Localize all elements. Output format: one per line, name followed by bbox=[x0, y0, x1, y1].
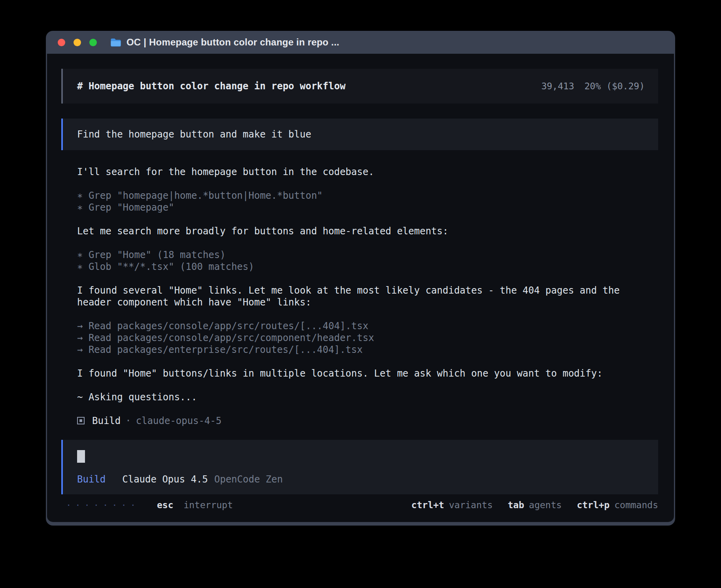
window-title: OC | Homepage button color change in rep… bbox=[126, 37, 339, 48]
transcript-line: → Read packages/console/app/src/routes/[… bbox=[77, 320, 658, 332]
transcript-line: ∗ Grep "Homepage" bbox=[77, 202, 658, 213]
shortcut-key: tab bbox=[508, 500, 524, 510]
input-mode-row: Build Claude Opus 4.5 OpenCode Zen bbox=[77, 474, 644, 485]
traffic-lights bbox=[58, 39, 97, 46]
square-dot-icon bbox=[77, 417, 85, 424]
transcript-line: ~ Asking questions... bbox=[77, 391, 658, 403]
maximize-button[interactable] bbox=[89, 39, 97, 46]
token-count: 39,413 bbox=[541, 81, 574, 91]
transcript-line bbox=[77, 308, 658, 320]
terminal-window: OC | Homepage button color change in rep… bbox=[46, 31, 675, 526]
transcript-line: ∗ Glob "**/*.tsx" (100 matches) bbox=[77, 261, 658, 273]
provider-label: OpenCode Zen bbox=[214, 474, 283, 485]
shortcut-label: commands bbox=[614, 500, 658, 510]
transcript-line bbox=[77, 379, 658, 391]
transcript-line: → Read packages/console/app/src/componen… bbox=[77, 332, 658, 344]
shortcut-tab[interactable]: tabagents bbox=[508, 500, 562, 510]
shortcut-key: ctrl+p bbox=[577, 500, 610, 510]
minimize-button[interactable] bbox=[74, 39, 81, 46]
agent-separator: · bbox=[125, 415, 131, 426]
user-message: Find the homepage button and make it blu… bbox=[61, 119, 658, 150]
session-cost: ($0.29) bbox=[606, 81, 645, 91]
close-button[interactable] bbox=[58, 39, 65, 46]
transcript: I'll search for the homepage button in t… bbox=[61, 166, 658, 403]
titlebar[interactable]: OC | Homepage button color change in rep… bbox=[46, 31, 675, 54]
spinner-dots: ········ bbox=[66, 500, 140, 510]
terminal-content: # Homepage button color change in repo w… bbox=[47, 54, 674, 522]
statusbar-shortcuts: ctrl+tvariantstabagentsctrl+pcommands bbox=[411, 500, 658, 510]
esc-interrupt[interactable]: esc interrupt bbox=[157, 500, 233, 510]
transcript-line: I'll search for the homepage button in t… bbox=[77, 166, 658, 178]
transcript-line bbox=[77, 213, 658, 225]
context-percent: 20% bbox=[585, 81, 601, 91]
agent-name: Build bbox=[92, 415, 121, 426]
shortcut-key: ctrl+t bbox=[411, 500, 444, 510]
transcript-line: → Read packages/enterprise/src/routes/[.… bbox=[77, 344, 658, 356]
mode-label[interactable]: Build bbox=[77, 474, 106, 485]
session-stats: 39,413 20% ($0.29) bbox=[541, 81, 645, 91]
transcript-line bbox=[77, 237, 658, 249]
transcript-line: Let me search more broadly for buttons a… bbox=[77, 225, 658, 237]
transcript-line: ∗ Grep "Home" (18 matches) bbox=[77, 249, 658, 261]
transcript-line: ∗ Grep "homepage|home.*button|Home.*butt… bbox=[77, 190, 658, 202]
title-group: OC | Homepage button color change in rep… bbox=[110, 37, 339, 48]
session-header: # Homepage button color change in repo w… bbox=[61, 69, 658, 104]
statusbar: ········ esc interrupt ctrl+tvariantstab… bbox=[61, 494, 658, 513]
transcript-line bbox=[77, 356, 658, 368]
prompt-input[interactable]: Build Claude Opus 4.5 OpenCode Zen bbox=[61, 440, 658, 494]
transcript-line bbox=[77, 273, 658, 285]
esc-key: esc bbox=[157, 500, 174, 510]
shortcut-label: variants bbox=[449, 500, 493, 510]
session-title: # Homepage button color change in repo w… bbox=[77, 81, 345, 92]
model-label[interactable]: Claude Opus 4.5 bbox=[122, 474, 208, 485]
transcript-line: I found several "Home" links. Let me loo… bbox=[77, 285, 658, 308]
agent-model: claude-opus-4-5 bbox=[136, 415, 222, 426]
text-cursor bbox=[77, 450, 85, 463]
agent-status-row: Build · claude-opus-4-5 bbox=[61, 415, 658, 426]
shortcut-ctrl-p[interactable]: ctrl+pcommands bbox=[577, 500, 658, 510]
esc-label: interrupt bbox=[183, 500, 233, 510]
shortcut-label: agents bbox=[529, 500, 562, 510]
transcript-line bbox=[77, 178, 658, 190]
folder-icon bbox=[110, 38, 121, 47]
shortcut-ctrl-t[interactable]: ctrl+tvariants bbox=[411, 500, 493, 510]
transcript-line: I found "Home" buttons/links in multiple… bbox=[77, 368, 658, 379]
user-message-text: Find the homepage button and make it blu… bbox=[77, 129, 311, 140]
